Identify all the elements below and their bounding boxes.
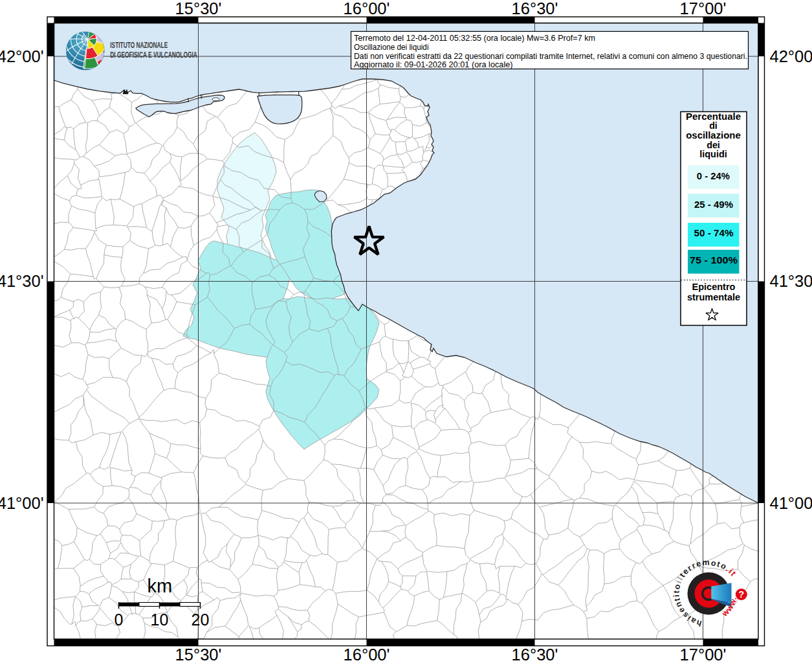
svg-text:di: di bbox=[709, 120, 718, 131]
svg-text:15°30': 15°30' bbox=[175, 646, 222, 663]
svg-text:16°30': 16°30' bbox=[512, 0, 558, 17]
svg-text:km: km bbox=[147, 576, 172, 596]
svg-text:liquidi: liquidi bbox=[699, 149, 727, 159]
svg-text:41°00': 41°00' bbox=[0, 494, 44, 512]
svg-text:25 - 49%: 25 - 49% bbox=[694, 199, 733, 210]
svg-text:16°00': 16°00' bbox=[344, 0, 390, 17]
svg-text:41°30': 41°30' bbox=[770, 272, 812, 290]
svg-text:42°00': 42°00' bbox=[0, 47, 44, 65]
svg-text:41°30': 41°30' bbox=[0, 272, 44, 290]
svg-text:17°00': 17°00' bbox=[680, 0, 727, 17]
svg-text:Epicentro: Epicentro bbox=[692, 282, 736, 292]
svg-text:41°00': 41°00' bbox=[770, 494, 812, 512]
svg-text:Percentuale: Percentuale bbox=[686, 111, 741, 122]
svg-text:0: 0 bbox=[115, 611, 124, 629]
svg-text:0 - 24%: 0 - 24% bbox=[697, 170, 730, 181]
svg-text:oscillazione: oscillazione bbox=[686, 130, 741, 140]
svg-text:dei: dei bbox=[707, 140, 720, 150]
svg-text:Oscillazione dei liquidi: Oscillazione dei liquidi bbox=[354, 42, 429, 52]
svg-text:50 - 74%: 50 - 74% bbox=[694, 227, 734, 238]
svg-text:15°30': 15°30' bbox=[175, 0, 222, 17]
svg-text:16°00': 16°00' bbox=[344, 646, 390, 663]
svg-text:75 - 100%: 75 - 100% bbox=[690, 254, 738, 265]
svg-text:42°00': 42°00' bbox=[770, 47, 812, 65]
svg-text:?: ? bbox=[738, 589, 744, 600]
svg-text:20: 20 bbox=[192, 611, 210, 629]
svg-text:Aggiornato il: 09-01-2026 20:0: Aggiornato il: 09-01-2026 20:01 (ora loc… bbox=[354, 60, 513, 69]
svg-text:10: 10 bbox=[151, 611, 169, 629]
svg-text:16°30': 16°30' bbox=[512, 646, 558, 663]
svg-text:ISTITUTO NAZIONALE: ISTITUTO NAZIONALE bbox=[110, 41, 168, 50]
svg-text:Terremoto del 12-04-2011 05:32: Terremoto del 12-04-2011 05:32:55 (ora l… bbox=[354, 33, 595, 43]
svg-text:DI GEOFISICA E VULCANOLOGIA: DI GEOFISICA E VULCANOLOGIA bbox=[110, 51, 197, 60]
svg-text:17°00': 17°00' bbox=[680, 646, 727, 663]
svg-text:strumentale: strumentale bbox=[687, 292, 740, 302]
